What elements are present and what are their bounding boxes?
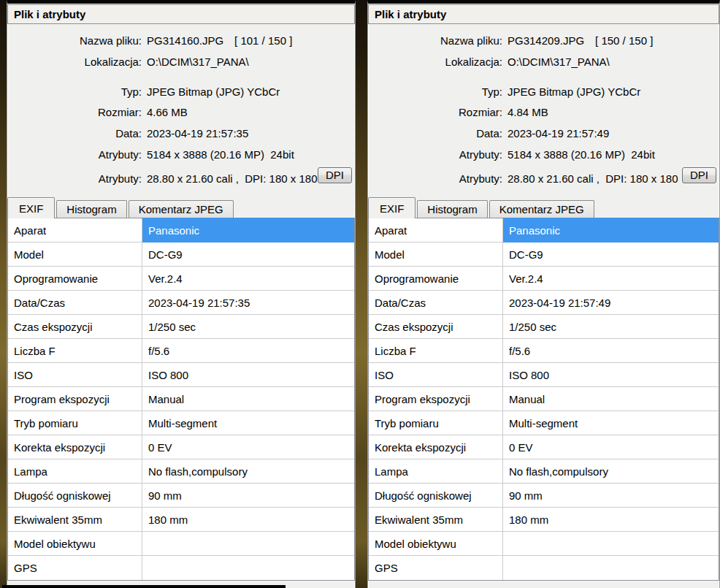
table-row[interactable]: Oprogramowanie Ver.2.4 <box>8 267 354 291</box>
table-row[interactable]: Model obiektywu <box>8 532 354 556</box>
location-value: O:\DCIM\317_PANA\ <box>147 54 355 70</box>
table-row[interactable]: Ekwiwalent 35mm 180 mm <box>369 508 719 532</box>
exif-tag-name: Długość ogniskowej <box>8 484 142 507</box>
exif-tag-name: Oprogramowanie <box>369 267 503 290</box>
tab-strip: EXIF Histogram Komentarz JPEG <box>368 196 719 218</box>
table-row[interactable]: Liczba F f/5.6 <box>369 339 719 363</box>
table-row[interactable]: Model obiektywu <box>369 532 719 556</box>
exif-tag-name: Tryb pomiaru <box>8 411 142 435</box>
table-row[interactable]: Ekwiwalent 35mm 180 mm <box>8 508 354 532</box>
date-line: Data: 2023-04-19 21:57:49 <box>368 126 719 142</box>
type-line: Typ: JPEG Bitmap (JPG) YCbCr <box>368 84 719 100</box>
table-row[interactable]: Korekta ekspozycji 0 EV <box>8 435 354 459</box>
tab[interactable]: Komentarz JPEG <box>129 200 234 218</box>
table-row[interactable]: Tryb pomiaru Multi-segment <box>369 411 719 435</box>
type-value: JPEG Bitmap (JPG) YCbCr <box>147 84 355 100</box>
attributes1-line: Atrybuty: 5184 x 3888 (20.16 MP) 24bit <box>7 147 355 163</box>
tab[interactable]: EXIF <box>368 197 415 218</box>
table-row[interactable]: GPS <box>369 556 719 580</box>
table-row[interactable]: Długość ogniskowej 90 mm <box>369 484 719 508</box>
exif-tag-value: 1/250 sec <box>142 315 354 338</box>
file-name-value: PG314209.JPG[ 150 / 150 ] <box>508 33 719 49</box>
attributes2-line: Atrybuty: 28.80 x 21.60 cali , DPI: 180 … <box>368 171 719 187</box>
attributes1-label: Atrybuty: <box>368 147 502 163</box>
file-name: PG314209.JPG <box>508 34 584 47</box>
table-row[interactable]: Model DC-G9 <box>8 243 354 267</box>
exif-tag-value: No flash,compulsory <box>503 459 719 483</box>
exif-tag-value: 0 EV <box>142 435 354 459</box>
exif-table: Aparat Panasonic Model DC-G9 Oprogramowa… <box>7 218 355 581</box>
exif-tag-value: Ver.2.4 <box>503 267 719 290</box>
table-row[interactable]: Korekta ekspozycji 0 EV <box>369 435 719 459</box>
panel-title: Plik i atrybuty <box>368 4 719 24</box>
table-row[interactable]: ISO ISO 800 <box>8 363 354 387</box>
tab[interactable]: Histogram <box>56 200 126 218</box>
type-value: JPEG Bitmap (JPG) YCbCr <box>508 84 719 100</box>
dpi-button[interactable]: DPI <box>682 167 716 183</box>
location-label: Lokalizacja: <box>368 54 502 70</box>
exif-tag-name: Data/Czas <box>369 291 503 314</box>
table-row[interactable]: Aparat Panasonic <box>8 218 354 243</box>
table-row[interactable]: Model DC-G9 <box>369 243 719 267</box>
exif-tag-value: DC-G9 <box>142 243 354 266</box>
exif-tag-name: Aparat <box>369 218 503 243</box>
right-capture-background: Plik i atrybuty Nazwa pliku: PG314209.JP… <box>360 0 720 588</box>
exif-tag-name: Korekta ekspozycji <box>8 435 142 459</box>
exif-tag-name: Model obiektywu <box>8 532 142 555</box>
panel-title: Plik i atrybuty <box>7 4 355 24</box>
attributes2-line: Atrybuty: 28.80 x 21.60 cali , DPI: 180 … <box>7 171 355 187</box>
type-line: Typ: JPEG Bitmap (JPG) YCbCr <box>7 84 355 100</box>
tab[interactable]: Komentarz JPEG <box>489 200 594 218</box>
table-row[interactable]: Program ekspozycji Manual <box>8 387 354 411</box>
file-counter: [ 150 / 150 ] <box>595 34 653 47</box>
exif-tag-value <box>503 556 719 580</box>
table-row[interactable]: Tryb pomiaru Multi-segment <box>8 411 354 435</box>
location-line: Lokalizacja: O:\DCIM\317_PANA\ <box>7 54 355 70</box>
file-name-line: Nazwa pliku: PG314160.JPG[ 101 / 150 ] <box>7 33 355 49</box>
table-row[interactable]: Aparat Panasonic <box>369 218 719 243</box>
exif-tag-value: ISO 800 <box>503 363 719 386</box>
date-label: Data: <box>7 126 142 142</box>
exif-tag-name: Długość ogniskowej <box>369 484 503 507</box>
exif-tag-name: ISO <box>8 363 142 386</box>
dpi-button[interactable]: DPI <box>318 167 352 183</box>
date-label: Data: <box>368 126 502 142</box>
exif-tag-value: 1/250 sec <box>503 315 719 338</box>
file-properties-panel-right: Plik i atrybuty Nazwa pliku: PG314209.JP… <box>367 0 720 588</box>
exif-tag-name: Lampa <box>8 459 142 483</box>
table-row[interactable]: ISO ISO 800 <box>369 363 719 387</box>
table-row[interactable]: Czas ekspozycji 1/250 sec <box>369 315 719 339</box>
file-info-section: Nazwa pliku: PG314160.JPG[ 101 / 150 ] L… <box>7 24 355 187</box>
left-capture-background: Plik i atrybuty Nazwa pliku: PG314160.JP… <box>0 0 360 588</box>
exif-tag-value: f/5.6 <box>142 339 354 362</box>
exif-tag-value: 2023-04-19 21:57:49 <box>503 291 719 314</box>
tab[interactable]: EXIF <box>7 197 55 218</box>
exif-tag-value: Multi-segment <box>142 411 354 435</box>
exif-tag-value <box>142 532 354 555</box>
attributes1-value: 5184 x 3888 (20.16 MP) 24bit <box>147 147 355 163</box>
table-row[interactable]: Data/Czas 2023-04-19 21:57:49 <box>369 291 719 315</box>
table-row[interactable]: Lampa No flash,compulsory <box>369 459 719 484</box>
exif-tag-value: Panasonic <box>503 218 719 243</box>
table-row[interactable]: Długość ogniskowej 90 mm <box>8 484 354 508</box>
table-row[interactable]: Lampa No flash,compulsory <box>8 459 354 484</box>
exif-tag-name: Ekwiwalent 35mm <box>8 508 142 531</box>
size-label: Rozmiar: <box>368 104 502 121</box>
exif-tag-value: No flash,compulsory <box>142 459 354 483</box>
table-row[interactable]: Program ekspozycji Manual <box>369 387 719 411</box>
date-value: 2023-04-19 21:57:35 <box>147 126 355 142</box>
exif-tag-value: 0 EV <box>503 435 719 459</box>
file-name: PG314160.JPG <box>147 34 223 47</box>
panel-title-label: Plik i atrybuty <box>14 8 85 20</box>
table-row[interactable]: Data/Czas 2023-04-19 21:57:35 <box>8 291 354 315</box>
location-line: Lokalizacja: O:\DCIM\317_PANA\ <box>368 54 719 70</box>
exif-tag-name: Liczba F <box>369 339 503 362</box>
table-row[interactable]: Liczba F f/5.6 <box>8 339 354 363</box>
table-row[interactable]: Czas ekspozycji 1/250 sec <box>8 315 354 339</box>
table-row[interactable]: GPS <box>8 556 354 580</box>
exif-tag-name: Czas ekspozycji <box>369 315 503 338</box>
attributes2-label: Atrybuty: <box>7 171 142 187</box>
table-row[interactable]: Oprogramowanie Ver.2.4 <box>369 267 719 291</box>
tab[interactable]: Histogram <box>417 200 487 218</box>
exif-tag-name: Korekta ekspozycji <box>369 435 503 459</box>
